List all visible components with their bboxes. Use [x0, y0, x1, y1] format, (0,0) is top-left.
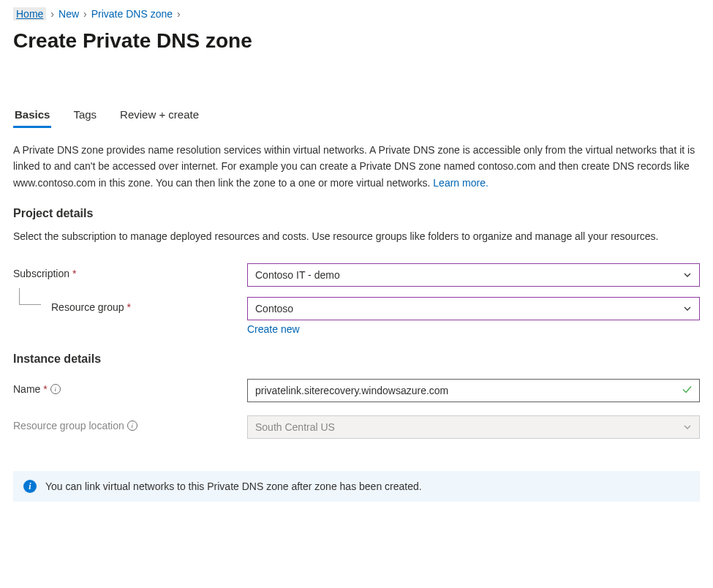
- description-text: A Private DNS zone provides name resolut…: [13, 144, 695, 189]
- info-banner: i You can link virtual networks to this …: [13, 471, 700, 502]
- resource-group-location-label: Resource group location i: [13, 415, 247, 431]
- chevron-right-icon: ›: [50, 8, 54, 20]
- resource-group-row: Resource group *: [13, 297, 700, 320]
- name-row: Name * i: [13, 379, 700, 402]
- chevron-right-icon: ›: [83, 8, 87, 20]
- section-project-details-desc: Select the subscription to manage deploy…: [13, 229, 700, 244]
- breadcrumb: Home › New › Private DNS zone ›: [13, 7, 700, 20]
- breadcrumb-new[interactable]: New: [59, 8, 79, 20]
- section-instance-details-title: Instance details: [13, 353, 700, 366]
- info-icon[interactable]: i: [127, 421, 137, 431]
- required-indicator: *: [72, 268, 76, 279]
- breadcrumb-home[interactable]: Home: [13, 7, 46, 20]
- resource-group-location-select: [247, 415, 700, 439]
- subscription-label: Subscription *: [13, 263, 247, 279]
- subscription-select[interactable]: [247, 263, 700, 287]
- resource-group-location-row: Resource group location i: [13, 415, 700, 439]
- create-new-row: Create new: [247, 323, 700, 335]
- section-project-details-title: Project details: [13, 207, 700, 220]
- name-input[interactable]: [247, 379, 700, 402]
- tabs: Basics Tags Review + create: [13, 104, 700, 129]
- info-icon[interactable]: i: [50, 384, 61, 394]
- tab-description: A Private DNS zone provides name resolut…: [13, 142, 700, 191]
- nested-indicator: [13, 288, 51, 306]
- tab-review-create[interactable]: Review + create: [118, 104, 200, 128]
- info-icon: i: [23, 480, 37, 493]
- subscription-row: Subscription *: [13, 263, 700, 287]
- required-indicator: *: [43, 383, 47, 395]
- tab-tags[interactable]: Tags: [72, 104, 98, 128]
- resource-group-select[interactable]: [247, 297, 700, 320]
- chevron-right-icon: ›: [177, 8, 181, 20]
- info-banner-text: You can link virtual networks to this Pr…: [45, 480, 422, 492]
- resource-group-label: Resource group *: [51, 297, 247, 313]
- learn-more-link[interactable]: Learn more.: [433, 177, 488, 189]
- create-new-link[interactable]: Create new: [247, 323, 300, 335]
- required-indicator: *: [127, 301, 131, 313]
- page-title: Create Private DNS zone: [13, 29, 700, 53]
- name-label: Name * i: [13, 379, 247, 395]
- tab-basics[interactable]: Basics: [13, 104, 51, 128]
- breadcrumb-private-dns-zone[interactable]: Private DNS zone: [91, 8, 173, 20]
